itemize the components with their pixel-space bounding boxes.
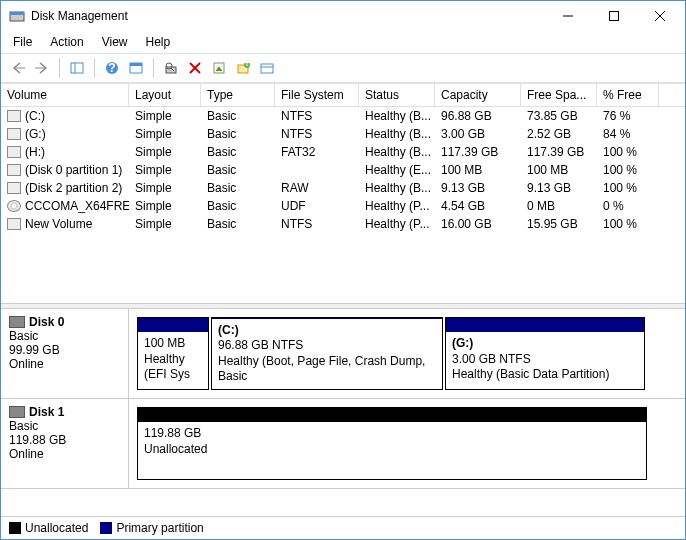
partition-size: 3.00 GB NTFS	[452, 352, 638, 368]
properties-button[interactable]	[208, 57, 230, 79]
disk-info[interactable]: Disk 0Basic99.99 GBOnline	[1, 309, 129, 398]
column-headers[interactable]: Volume Layout Type File System Status Ca…	[1, 83, 685, 107]
drive-icon	[7, 146, 21, 158]
col-status[interactable]: Status	[359, 84, 435, 106]
volume-type: Basic	[201, 162, 275, 178]
new-volume-button[interactable]: +	[232, 57, 254, 79]
volume-name: (C:)	[1, 108, 129, 124]
close-button[interactable]	[637, 1, 683, 31]
volume-name: (G:)	[1, 126, 129, 142]
drive-icon	[7, 164, 21, 176]
volume-list[interactable]: Volume Layout Type File System Status Ca…	[1, 83, 685, 233]
partition-label: (C:)	[218, 323, 436, 339]
volume-free: 9.13 GB	[521, 180, 597, 196]
partition-size: 96.88 GB NTFS	[218, 338, 436, 354]
volume-pct: 100 %	[597, 216, 659, 232]
volume-name: New Volume	[1, 216, 129, 232]
svg-rect-11	[130, 63, 142, 66]
drive-icon	[7, 110, 21, 122]
col-freespace[interactable]: Free Spa...	[521, 84, 597, 106]
volume-layout: Simple	[129, 144, 201, 160]
disk-partitions: 119.88 GBUnallocated	[129, 399, 685, 488]
disk-graphical-view: Disk 0Basic99.99 GBOnline100 MBHealthy (…	[1, 309, 685, 539]
show-hide-console-button[interactable]	[66, 57, 88, 79]
menu-action[interactable]: Action	[42, 33, 91, 51]
volume-capacity: 117.39 GB	[435, 144, 521, 160]
volume-capacity: 100 MB	[435, 162, 521, 178]
volume-pct: 76 %	[597, 108, 659, 124]
volume-row[interactable]: (H:)SimpleBasicFAT32Healthy (B...117.39 …	[1, 143, 685, 161]
volume-layout: Simple	[129, 162, 201, 178]
volume-status: Healthy (B...	[359, 144, 435, 160]
volume-row[interactable]: CCCOMA_X64FRE...SimpleBasicUDFHealthy (P…	[1, 197, 685, 215]
volume-free: 73.85 GB	[521, 108, 597, 124]
volume-fs: UDF	[275, 198, 359, 214]
partition[interactable]: 119.88 GBUnallocated	[137, 407, 647, 480]
menu-view[interactable]: View	[94, 33, 136, 51]
volume-pct: 100 %	[597, 180, 659, 196]
volume-status: Healthy (B...	[359, 108, 435, 124]
volume-free: 15.95 GB	[521, 216, 597, 232]
volume-row[interactable]: (Disk 2 partition 2)SimpleBasicRAWHealth…	[1, 179, 685, 197]
delete-button[interactable]	[184, 57, 206, 79]
back-button[interactable]	[7, 57, 29, 79]
refresh-button[interactable]	[125, 57, 147, 79]
legend: Unallocated Primary partition	[1, 516, 685, 539]
disk-icon	[9, 316, 25, 328]
volume-pct: 84 %	[597, 126, 659, 142]
col-layout[interactable]: Layout	[129, 84, 201, 106]
rescan-button[interactable]	[160, 57, 182, 79]
app-icon	[9, 8, 25, 24]
partition[interactable]: (G:)3.00 GB NTFSHealthy (Basic Data Part…	[445, 317, 645, 390]
col-volume[interactable]: Volume	[1, 84, 129, 106]
menubar: File Action View Help	[1, 31, 685, 54]
volume-row[interactable]: New VolumeSimpleBasicNTFSHealthy (P...16…	[1, 215, 685, 233]
volume-capacity: 4.54 GB	[435, 198, 521, 214]
forward-button[interactable]	[31, 57, 53, 79]
volume-pct: 100 %	[597, 162, 659, 178]
col-type[interactable]: Type	[201, 84, 275, 106]
volume-name: (Disk 2 partition 2)	[1, 180, 129, 196]
disk-row: Disk 0Basic99.99 GBOnline100 MBHealthy (…	[1, 309, 685, 399]
menu-file[interactable]: File	[5, 33, 40, 51]
volume-row[interactable]: (C:)SimpleBasicNTFSHealthy (B...96.88 GB…	[1, 107, 685, 125]
volume-status: Healthy (E...	[359, 162, 435, 178]
svg-rect-1	[10, 12, 24, 15]
volume-pct: 100 %	[597, 144, 659, 160]
partition-info: Healthy (Boot, Page File, Crash Dump, Ba…	[218, 354, 436, 385]
volume-row[interactable]: (Disk 0 partition 1)SimpleBasicHealthy (…	[1, 161, 685, 179]
disk-row: Disk 1Basic119.88 GBOnline119.88 GBUnall…	[1, 399, 685, 489]
volume-row[interactable]: (G:)SimpleBasicNTFSHealthy (B...3.00 GB2…	[1, 125, 685, 143]
settings-button[interactable]	[256, 57, 278, 79]
partition[interactable]: 100 MBHealthy (EFI Sys	[137, 317, 209, 390]
volume-capacity: 9.13 GB	[435, 180, 521, 196]
volume-type: Basic	[201, 180, 275, 196]
volume-status: Healthy (B...	[359, 126, 435, 142]
partition-size: 100 MB	[144, 336, 202, 352]
help-button[interactable]: ?	[101, 57, 123, 79]
maximize-button[interactable]	[591, 1, 637, 31]
legend-primary-label: Primary partition	[116, 521, 203, 535]
disk-info[interactable]: Disk 1Basic119.88 GBOnline	[1, 399, 129, 488]
drive-icon	[7, 218, 21, 230]
col-capacity[interactable]: Capacity	[435, 84, 521, 106]
window-title: Disk Management	[31, 9, 545, 23]
minimize-button[interactable]	[545, 1, 591, 31]
disk-name: Disk 1	[9, 405, 120, 419]
partition[interactable]: (C:)96.88 GB NTFSHealthy (Boot, Page Fil…	[211, 317, 443, 390]
col-pctfree[interactable]: % Free	[597, 84, 659, 106]
col-filesystem[interactable]: File System	[275, 84, 359, 106]
svg-rect-21	[261, 64, 273, 73]
volume-free: 100 MB	[521, 162, 597, 178]
menu-help[interactable]: Help	[138, 33, 179, 51]
toolbar: ? +	[1, 54, 685, 83]
svg-rect-6	[71, 63, 83, 73]
volume-free: 0 MB	[521, 198, 597, 214]
partition-stripe	[446, 318, 644, 332]
titlebar: Disk Management	[1, 1, 685, 31]
volume-layout: Simple	[129, 108, 201, 124]
legend-unallocated-label: Unallocated	[25, 521, 88, 535]
volume-fs: NTFS	[275, 216, 359, 232]
volume-capacity: 3.00 GB	[435, 126, 521, 142]
volume-name: (Disk 0 partition 1)	[1, 162, 129, 178]
